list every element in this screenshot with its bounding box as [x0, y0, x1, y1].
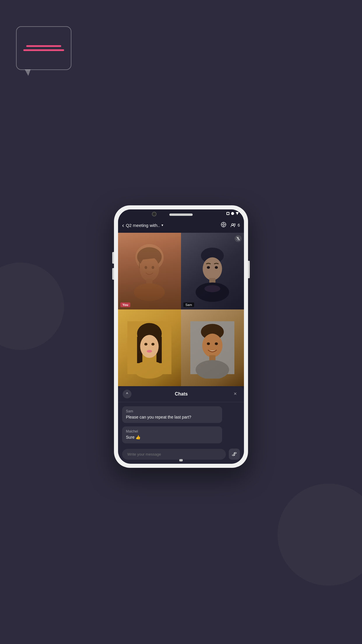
video-cell-sam: Sam: [181, 233, 244, 309]
attach-button[interactable]: 🖇: [229, 449, 240, 460]
phone-wrapper: ‹ Q2 meeting with.. ▾: [114, 205, 248, 468]
chat-messages: Sam Please can you repeat the last part?…: [118, 402, 244, 446]
bubble-box: [16, 26, 71, 70]
volume-down-button: [112, 268, 114, 280]
svg-point-28: [140, 335, 159, 358]
phone-outer: ‹ Q2 meeting with.. ▾: [114, 205, 248, 468]
chevron-up-icon: ^: [126, 392, 128, 396]
chat-title: Chats: [131, 391, 231, 397]
bubble-line-2: [23, 49, 64, 51]
svg-point-31: [147, 350, 152, 353]
message-bubble-sam: Sam Please can you repeat the last part?: [122, 406, 222, 423]
logo-bubble: [16, 26, 74, 76]
paperclip-icon: 🖇: [232, 451, 237, 457]
volume-up-button: [112, 252, 114, 264]
svg-point-11: [134, 284, 165, 301]
settings-button[interactable]: [221, 222, 226, 229]
message-sender-sam: Sam: [126, 409, 218, 413]
svg-point-30: [152, 343, 155, 346]
message-sender-maichel: Maichel: [126, 429, 218, 433]
chat-header: ^ Chats ×: [118, 386, 244, 402]
phone-screen: ‹ Q2 meeting with.. ▾: [118, 209, 244, 464]
message-bubble-maichel: Maichel Sure 👍: [122, 426, 222, 443]
svg-point-38: [215, 342, 218, 345]
bubble-line-1: [26, 45, 61, 47]
svg-point-29: [145, 343, 148, 346]
sam-label: Sam: [183, 302, 194, 307]
dropdown-icon[interactable]: ▾: [161, 223, 163, 227]
video-grid: You: [118, 233, 244, 386]
top-bar-actions: 6: [221, 222, 240, 229]
video-cell-you: You: [118, 233, 181, 309]
bg-decoration-right: [277, 484, 362, 586]
message-text-sam: Please can you repeat the last part?: [126, 414, 218, 420]
meeting-title-container: Q2 meeting with.. ▾: [126, 223, 221, 228]
svg-point-15: [203, 258, 222, 281]
you-label: You: [120, 302, 130, 307]
svg-point-12: [145, 266, 147, 269]
svg-point-32: [134, 361, 165, 379]
phone-speaker: [169, 214, 193, 216]
bg-decoration-left: [0, 262, 64, 350]
video-cell-male2: [181, 309, 244, 386]
message-text-maichel: Sure 👍: [126, 435, 218, 440]
svg-point-7: [234, 224, 236, 225]
svg-point-19: [215, 266, 218, 269]
phone-camera: [152, 212, 157, 216]
video-cell-female2: [118, 309, 181, 386]
power-button: [248, 261, 250, 278]
message-input[interactable]: [122, 449, 226, 460]
status-icon-circle: [231, 212, 234, 215]
video-avatar-you: [118, 233, 181, 309]
svg-point-9: [140, 257, 159, 281]
video-avatar-male2: [181, 309, 244, 386]
svg-point-13: [152, 266, 154, 269]
phone-home-button: [179, 459, 183, 461]
svg-point-8: [137, 247, 162, 267]
svg-point-37: [207, 342, 210, 345]
svg-point-1: [223, 224, 224, 225]
participants-count: 6: [238, 223, 240, 228]
meeting-title-text: Q2 meeting with..: [126, 223, 160, 228]
sam-mute-icon: [235, 235, 242, 242]
svg-point-20: [205, 285, 220, 292]
svg-point-18: [207, 266, 210, 269]
status-icon-square: [226, 212, 229, 215]
video-avatar-sam: [181, 233, 244, 309]
chat-toggle-button[interactable]: ^: [123, 390, 131, 398]
svg-rect-10: [146, 279, 152, 286]
top-bar: ‹ Q2 meeting with.. ▾: [118, 218, 244, 233]
svg-point-35: [202, 334, 223, 358]
video-avatar-female2: [118, 309, 181, 386]
close-icon: ×: [234, 391, 237, 397]
back-button[interactable]: ‹: [122, 222, 124, 229]
chat-close-button[interactable]: ×: [231, 390, 239, 398]
participants-badge[interactable]: 6: [231, 223, 240, 228]
chat-panel: ^ Chats × Sam Please can you repeat the …: [118, 386, 244, 464]
status-icon-triangle: [236, 212, 239, 215]
